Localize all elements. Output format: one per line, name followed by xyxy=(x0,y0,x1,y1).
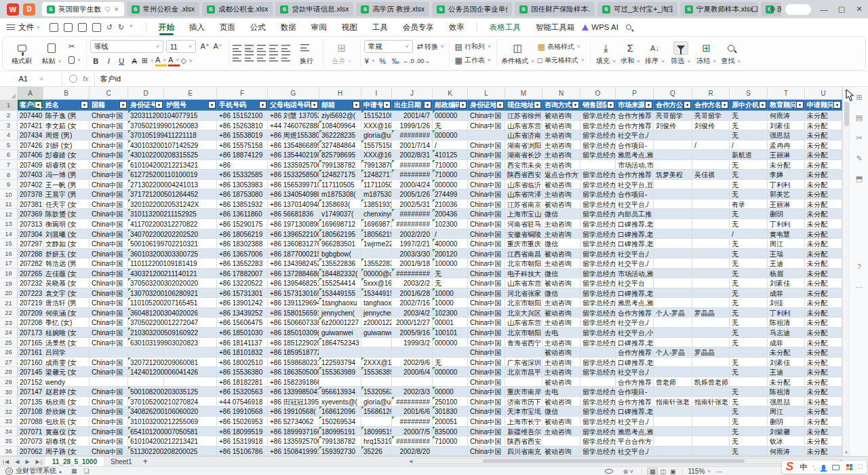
cell[interactable] xyxy=(654,249,692,259)
cell[interactable]: 未分配 xyxy=(805,269,842,279)
cell[interactable]: 000000 xyxy=(433,338,468,348)
sheet-tab-11_28_5_1000[interactable]: 11_28_5_1000 xyxy=(45,457,104,467)
cell[interactable]: 周江 xyxy=(768,239,805,249)
cell[interactable]: 凯烁曾老师 xyxy=(692,377,730,387)
cell[interactable]: China中国 xyxy=(90,278,128,288)
cell[interactable]: China中国 xyxy=(90,427,128,437)
cell[interactable]: 184482332( xyxy=(319,269,361,279)
cell[interactable]: 362228235 xyxy=(319,130,361,140)
cell[interactable]: 北京市昌平 xyxy=(505,367,542,377)
increase-decimal-button[interactable]: ←.0 xyxy=(403,55,414,66)
cell[interactable]: 周江 xyxy=(768,406,805,417)
cell[interactable]: 留学总经办 xyxy=(580,219,616,229)
cut-panel-icon[interactable]: ✂ xyxy=(850,128,868,148)
cell[interactable]: 无 xyxy=(730,397,768,407)
cell[interactable]: +86 1533258500 xyxy=(268,170,319,180)
cell[interactable]: 207232 xyxy=(18,278,43,288)
cell[interactable]: 重庆市重庆 xyxy=(505,239,542,249)
find-button[interactable]: 查找˅ xyxy=(719,38,743,69)
decrease-indent-icon[interactable] xyxy=(269,45,278,52)
cell[interactable]: +86 1354402198 xyxy=(268,150,319,160)
cell[interactable]: 合作项目- xyxy=(616,140,654,151)
row-number-12[interactable]: 12 xyxy=(0,209,18,219)
cell[interactable]: 西安市未央 xyxy=(505,160,542,170)
cell[interactable]: +86 13053983 xyxy=(217,180,268,190)
cell[interactable]: 无 xyxy=(730,160,768,170)
cell[interactable]: +86 18101832 xyxy=(217,347,268,358)
align-left-icon[interactable] xyxy=(233,54,241,62)
cell[interactable]: 刘佳 xyxy=(768,298,805,308)
row-number-35[interactable]: 35 xyxy=(0,436,18,446)
cell[interactable]: 2002/7/16 xyxy=(392,298,433,308)
cell[interactable]: 留学总经办 xyxy=(580,259,616,269)
cell[interactable]: 陈祖清 xyxy=(768,387,805,397)
cell[interactable]: 主动咨询 xyxy=(542,358,580,368)
cell[interactable]: 207208 xyxy=(18,318,43,328)
cell[interactable]: 未分配 xyxy=(805,358,842,368)
cell[interactable]: +86 15290175 xyxy=(217,219,268,229)
font-color-button[interactable]: A˅ xyxy=(168,55,180,66)
cell[interactable]: 刘紫馨 xyxy=(768,427,805,437)
quickbar-chevron-icon[interactable]: ˅ xyxy=(130,23,133,32)
cell[interactable]: 市场活动,雅 xyxy=(616,269,654,279)
cell[interactable]: 山东省菏泽 xyxy=(505,189,542,200)
cell[interactable]: 207152 xyxy=(18,377,43,387)
cell[interactable]: 主动咨询 xyxy=(542,219,580,229)
cell[interactable]: 口碑推荐,老 xyxy=(616,358,654,368)
filter-dropdown-icon[interactable]: ▼ xyxy=(833,101,841,109)
header-cell[interactable]: 销售团队▼ xyxy=(580,100,616,111)
header-cell[interactable]: 身份证地▼ xyxy=(468,100,505,111)
cell[interactable]: +86 15320563 xyxy=(217,387,268,397)
cell[interactable]: 207223 xyxy=(18,288,43,299)
row-number-29[interactable]: 29 xyxy=(0,377,18,387)
cell[interactable]: 被动咨询 xyxy=(542,417,580,427)
cell[interactable]: 102300 xyxy=(433,308,468,318)
cell[interactable]: 被动咨询 xyxy=(542,347,580,358)
cell[interactable] xyxy=(505,377,542,387)
cell[interactable]: 亮哥留学 xyxy=(692,111,730,121)
row-number-14[interactable]: 14 xyxy=(0,229,18,240)
cell[interactable]: +86 1851229020 xyxy=(268,338,319,348)
cell[interactable]: / xyxy=(730,140,768,151)
cell[interactable]: 未分配 xyxy=(805,367,842,377)
filter-dropdown-icon[interactable]: ▼ xyxy=(208,101,216,109)
cell[interactable]: China中国 xyxy=(468,278,505,288)
cell[interactable]: 未分配 xyxy=(805,160,842,170)
cell[interactable]: +86 1391129694 xyxy=(268,298,319,308)
cell[interactable]: 未分配 xyxy=(805,427,842,437)
cell[interactable]: XXX@163.( xyxy=(361,121,392,131)
cell[interactable]: 口碑推荐,老 xyxy=(616,338,654,348)
cell[interactable]: 无 xyxy=(730,328,768,338)
cell[interactable]: +86 13901242 xyxy=(217,298,268,308)
search-icon[interactable] xyxy=(626,24,631,30)
skin-icon[interactable]: ⊕ xyxy=(764,5,781,14)
cell[interactable]: 去电 xyxy=(542,328,580,338)
cell[interactable]: 207288 xyxy=(18,249,43,259)
cell[interactable]: 155751588 xyxy=(361,140,392,151)
doc-tab[interactable]: S贷款申请信息.xlsx xyxy=(275,2,353,16)
page-break-button[interactable]: ▣ xyxy=(668,468,678,475)
row-number-34[interactable]: 34 xyxy=(0,427,18,437)
doc-tab[interactable]: S可过_支付宝+_淘宝 xyxy=(597,2,677,16)
format-painter-button[interactable]: 格式刷 xyxy=(7,38,37,69)
export-icon[interactable] xyxy=(64,23,73,32)
cell[interactable]: 2000/7/5 xyxy=(392,427,433,437)
cell[interactable]: 155363989 xyxy=(319,367,361,377)
cell[interactable] xyxy=(692,288,730,299)
cell[interactable]: China中国 xyxy=(468,121,505,131)
cell[interactable]: China中国 xyxy=(468,239,505,249)
cell[interactable]: 天津市宝坻 xyxy=(505,406,542,417)
formula-input[interactable]: 客户id xyxy=(94,71,868,87)
cell[interactable]: 2003/2/2 xyxy=(392,278,433,288)
cell[interactable]: 370105200210270824 xyxy=(128,397,164,407)
cell[interactable]: jennychen( xyxy=(361,308,392,318)
filter-button[interactable]: 筛选˅ xyxy=(667,38,694,69)
column-header-T[interactable]: T xyxy=(768,87,805,100)
cell[interactable]: China中国 xyxy=(90,121,128,131)
cell[interactable]: 207062 xyxy=(18,446,43,456)
cell[interactable]: +86 56681836 xyxy=(268,209,319,219)
cell[interactable] xyxy=(654,387,692,397)
cell[interactable]: 无 xyxy=(730,358,768,368)
filter-dropdown-icon[interactable]: ▼ xyxy=(721,101,728,109)
cell[interactable]: 留学总经办 xyxy=(580,209,616,219)
